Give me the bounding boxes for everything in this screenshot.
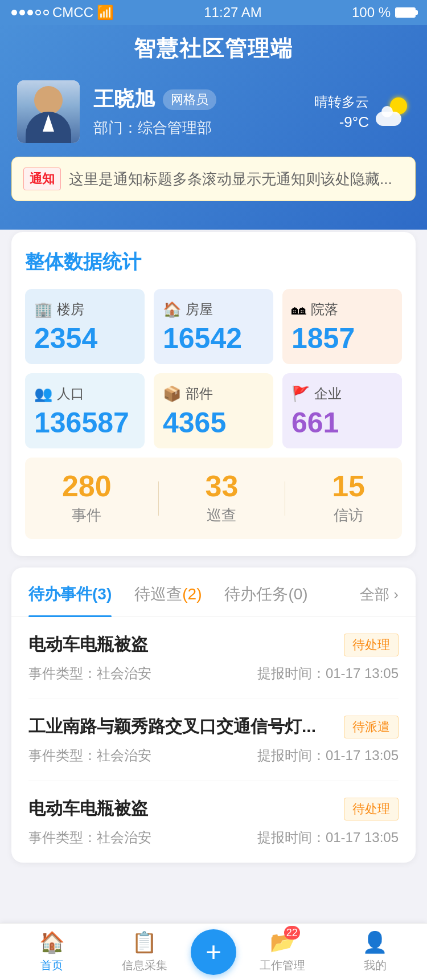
stat-card-company[interactable]: 🚩 企业 661: [282, 373, 402, 448]
yard-value: 1857: [291, 324, 355, 353]
tabs-section: 待办事件(3) 待巡查(2) 待办任务(0) 全部 › 电动车电瓶被盗 待处理: [11, 567, 416, 863]
bottom-nav: 🏠 首页 📋 信息采集 + 📂 22 工作管理 👤 我的: [0, 923, 427, 980]
stats-grid-top: 🏢 楼房 2354 🏠 房屋 16542 🏘 院落 1857: [25, 289, 402, 364]
stat-header-company: 🚩 企业: [291, 385, 342, 403]
stat-card-parts[interactable]: 📦 部件 4365: [154, 373, 273, 448]
parts-value: 4365: [163, 409, 226, 437]
stat-card-house[interactable]: 🏠 房屋 16542: [154, 289, 273, 364]
status-bar: CMCC 📶 11:27 AM 100 %: [0, 0, 427, 25]
user-role-badge: 网格员: [163, 89, 216, 110]
stat-card-people[interactable]: 👥 人口 136587: [25, 373, 145, 448]
stat-header-building: 🏢 楼房: [34, 300, 84, 318]
nav-home-label: 首页: [40, 958, 63, 973]
nav-info-label: 信息采集: [122, 958, 167, 973]
building-value: 2354: [34, 324, 97, 353]
battery-label: 100 %: [352, 5, 391, 21]
stats-title: 整体数据统计: [25, 249, 402, 275]
building-icon: 🏢: [34, 301, 52, 318]
home-icon: 🏠: [39, 930, 65, 954]
nav-home[interactable]: 🏠 首页: [6, 930, 98, 973]
stat-header-parts: 📦 部件: [163, 385, 213, 403]
event-title: 电动车电瓶被盗: [28, 797, 335, 820]
tab-all-button[interactable]: 全部 ›: [360, 585, 399, 616]
company-icon: 🚩: [291, 385, 310, 403]
event-time: 提报时间：01-17 13:05: [257, 664, 399, 683]
yard-icon: 🏘: [291, 301, 306, 318]
patrol-label: 巡查: [206, 505, 239, 525]
nav-work-label: 工作管理: [260, 958, 305, 973]
event-item[interactable]: 电动车电瓶被盗 待处理 事件类型：社会治安 提报时间：01-17 13:05: [28, 617, 399, 699]
tab-pending-tasks[interactable]: 待办任务(0): [224, 583, 307, 616]
parts-icon: 📦: [163, 385, 181, 403]
notification-text: 这里是通知标题多条滚动显示无通知则该处隐藏...: [69, 169, 392, 189]
stat-card-building[interactable]: 🏢 楼房 2354: [25, 289, 145, 364]
house-value: 16542: [163, 324, 242, 353]
tab-pending-patrol[interactable]: 待巡查(2): [134, 583, 202, 616]
stats-bottom-row: 280 事件 33 巡查 15 信访: [25, 458, 402, 539]
people-icon: 👥: [34, 385, 52, 403]
weather-temperature: -9°C: [314, 113, 369, 131]
divider1: [158, 481, 159, 516]
user-info: 王晓旭 网格员 部门：综合管理部: [93, 85, 314, 138]
yard-label: 院落: [311, 300, 338, 318]
stat-petition[interactable]: 15 信访: [332, 471, 365, 525]
nav-work-mgmt[interactable]: 📂 22 工作管理: [236, 930, 329, 973]
event-meta: 事件类型：社会治安 提报时间：01-17 13:05: [28, 746, 399, 765]
signal-dots: [11, 10, 49, 15]
divider2: [285, 481, 285, 516]
dot5: [43, 10, 49, 15]
battery-fill: [396, 9, 414, 17]
dot3: [27, 10, 33, 15]
event-type: 事件类型：社会治安: [28, 828, 151, 847]
petition-value: 15: [332, 471, 365, 501]
stat-header-house: 🏠 房屋: [163, 300, 213, 318]
event-title: 电动车电瓶被盗: [28, 633, 335, 656]
avatar-head: [34, 86, 63, 115]
battery-icon: [395, 7, 416, 18]
event-item[interactable]: 电动车电瓶被盗 待处理 事件类型：社会治安 提报时间：01-17 13:05: [28, 781, 399, 863]
bottom-padding: [0, 863, 427, 925]
event-time: 提报时间：01-17 13:05: [257, 746, 399, 765]
event-type: 事件类型：社会治安: [28, 746, 151, 765]
event-header: 电动车电瓶被盗 待处理: [28, 797, 399, 820]
main-content: 整体数据统计 🏢 楼房 2354 🏠 房屋 16542: [0, 232, 427, 925]
header: 智慧社区管理端 王晓旭 网格员 部门：综合管理部 晴转多云 -9°C: [0, 25, 427, 230]
stat-events[interactable]: 280 事件: [62, 471, 112, 525]
info-collect-icon: 📋: [132, 930, 157, 954]
weather-icon: [376, 95, 410, 129]
event-item[interactable]: 工业南路与颖秀路交叉口交通信号灯... 待派遣 事件类型：社会治安 提报时间：0…: [28, 699, 399, 781]
patrol-value: 33: [206, 471, 239, 501]
work-mgmt-icon-wrap: 📂 22: [270, 930, 295, 954]
petition-label: 信访: [332, 505, 365, 525]
notification-banner[interactable]: 通知 这里是通知标题多条滚动显示无通知则该处隐藏...: [11, 157, 416, 201]
stat-card-yard[interactable]: 🏘 院落 1857: [282, 289, 402, 364]
user-department: 部门：综合管理部: [93, 118, 314, 138]
wifi-icon: 📶: [97, 5, 114, 21]
event-title: 工业南路与颖秀路交叉口交通信号灯...: [28, 715, 335, 738]
stat-header-yard: 🏘 院落: [291, 300, 338, 318]
notification-tag: 通知: [23, 168, 61, 190]
carrier-label: CMCC: [52, 5, 93, 21]
stat-patrol[interactable]: 33 巡查: [206, 471, 239, 525]
weather-text: 晴转多云 -9°C: [314, 93, 369, 131]
stat-header-people: 👥 人口: [34, 385, 84, 403]
tab-pending-events[interactable]: 待办事件(3): [28, 583, 112, 616]
plus-icon: +: [206, 936, 221, 967]
event-time: 提报时间：01-17 13:05: [257, 828, 399, 847]
tabs-header: 待办事件(3) 待巡查(2) 待办任务(0) 全部 ›: [11, 567, 416, 617]
time-display: 11:27 AM: [204, 5, 261, 21]
nav-add-button[interactable]: +: [191, 929, 236, 975]
people-label: 人口: [57, 385, 84, 403]
stats-grid-bottom: 👥 人口 136587 📦 部件 4365 🚩 企业 661: [25, 373, 402, 448]
nav-info-collect[interactable]: 📋 信息采集: [98, 930, 191, 973]
status-right: 100 %: [352, 5, 416, 21]
avatar-body: [26, 112, 71, 143]
event-meta: 事件类型：社会治安 提报时间：01-17 13:05: [28, 828, 399, 847]
user-name-row: 王晓旭 网格员: [93, 85, 314, 113]
house-icon: 🏠: [163, 301, 181, 318]
nav-profile[interactable]: 👤 我的: [329, 930, 422, 973]
dot2: [19, 10, 25, 15]
profile-icon: 👤: [362, 930, 388, 954]
avatar: [17, 80, 80, 143]
event-status-badge: 待派遣: [344, 716, 399, 738]
